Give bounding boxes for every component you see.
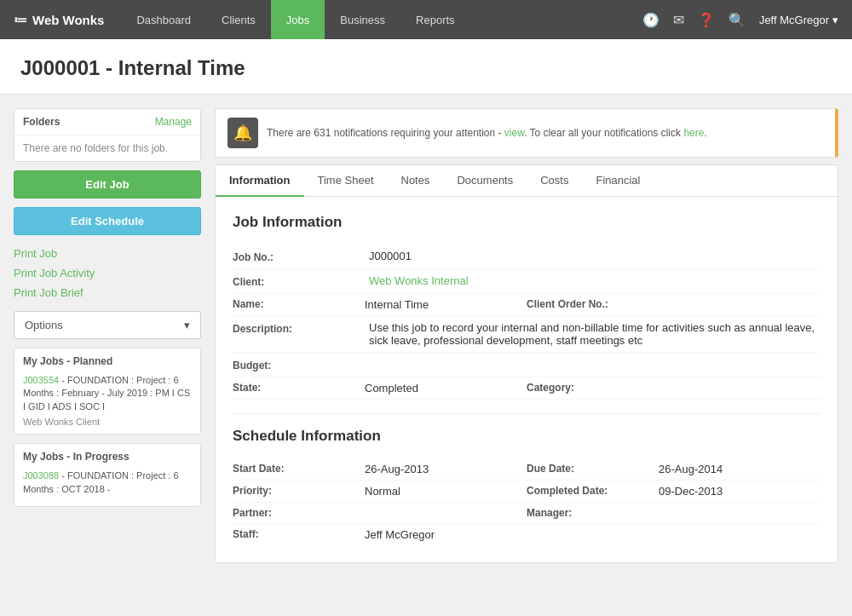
main-layout: Folders Manage There are no folders for … [0, 95, 852, 577]
staff-pair: Staff: Jeff McGregor [233, 528, 527, 541]
staff-value: Jeff McGregor [365, 528, 435, 541]
priority-completeddate-row: Priority: Normal Completed Date: 09-Dec-… [233, 481, 820, 503]
nav-links: Dashboard Clients Jobs Business Reports [121, 0, 642, 39]
nav-reports[interactable]: Reports [400, 0, 470, 39]
budget-value [369, 358, 820, 371]
notif-view-link[interactable]: view [504, 127, 524, 139]
folders-manage-link[interactable]: Manage [155, 116, 192, 128]
tab-costs[interactable]: Costs [527, 165, 582, 197]
budget-row: Budget: [233, 353, 820, 377]
state-label: State: [233, 382, 365, 394]
mail-icon[interactable]: ✉ [673, 12, 684, 28]
start-date-value: 26-Aug-2013 [365, 463, 429, 475]
my-jobs-planned-section: My Jobs - Planned J003554 - FOUNDATION :… [14, 348, 201, 435]
description-value: Use this job to record your internal and… [369, 321, 820, 347]
state-value: Completed [365, 382, 418, 394]
client-row: Client: Web Wonks Internal [233, 269, 820, 294]
brand: ≔ Web Wonks [14, 12, 104, 28]
category-pair: Category: [527, 382, 820, 394]
job-no-row: Job No.: J000001 [233, 245, 820, 269]
planned-job-1: J003554 - FOUNDATION : Project : 6 Month… [23, 374, 192, 413]
edit-job-button[interactable]: Edit Job [14, 170, 201, 199]
completed-date-value: 09-Dec-2013 [659, 485, 722, 498]
help-icon[interactable]: ❓ [698, 12, 715, 28]
my-jobs-inprogress-title: My Jobs - In Progress [23, 451, 192, 463]
description-label: Description: [233, 321, 369, 347]
partner-label: Partner: [233, 507, 365, 519]
notif-text-part2: . To clear all your notifications click [524, 127, 683, 139]
partner-manager-row: Partner: Manager: [233, 503, 820, 524]
navbar: ≔ Web Wonks Dashboard Clients Jobs Busin… [0, 0, 852, 39]
job-no-value: J000001 [369, 250, 820, 263]
budget-label: Budget: [233, 358, 369, 371]
my-jobs-inprogress-section: My Jobs - In Progress J003088 - FOUNDATI… [14, 443, 201, 507]
notification-text: There are 631 notifications requiring yo… [267, 127, 707, 139]
planned-job-1-link[interactable]: J003554 [23, 375, 59, 385]
name-pair: Name: Internal Time [233, 298, 527, 311]
my-jobs-planned-title: My Jobs - Planned [23, 355, 192, 367]
name-clientorder-row: Name: Internal Time Client Order No.: [233, 294, 820, 316]
nav-jobs[interactable]: Jobs [271, 0, 325, 39]
tab-financial[interactable]: Financial [582, 165, 653, 197]
tab-timesheet[interactable]: Time Sheet [304, 165, 388, 197]
state-category-row: State: Completed Category: [233, 377, 820, 400]
due-date-pair: Due Date: 26-Aug-2014 [527, 463, 820, 475]
due-date-label: Due Date: [527, 463, 659, 475]
page-title: J000001 - Internal Time [20, 56, 832, 80]
start-date-pair: Start Date: 26-Aug-2013 [233, 463, 527, 475]
job-info-title: Job Information [233, 214, 820, 231]
folders-body: There are no folders for this job. [14, 135, 200, 161]
clock-icon[interactable]: 🕐 [642, 12, 659, 28]
due-date-value: 26-Aug-2014 [659, 463, 722, 475]
options-label: Options [25, 319, 63, 331]
sidebar: Folders Manage There are no folders for … [14, 108, 201, 507]
search-icon[interactable]: 🔍 [728, 12, 746, 28]
manager-label: Manager: [527, 507, 659, 519]
nav-clients[interactable]: Clients [206, 0, 271, 39]
staff-right-pair [527, 528, 820, 541]
nav-dashboard[interactable]: Dashboard [121, 0, 206, 39]
description-row: Description: Use this job to record your… [233, 316, 820, 353]
options-dropdown[interactable]: Options ▾ [14, 311, 201, 339]
print-job-link[interactable]: Print Job [14, 244, 201, 263]
nav-business[interactable]: Business [325, 0, 400, 39]
manager-pair: Manager: [527, 507, 820, 519]
folders-label: Folders [23, 116, 60, 128]
name-value: Internal Time [365, 298, 429, 311]
state-pair: State: Completed [233, 382, 527, 394]
notification-icon: 🔔 [227, 118, 258, 148]
content-area: 🔔 There are 631 notifications requiring … [215, 108, 838, 563]
tab-information[interactable]: Information [216, 165, 304, 197]
notification-bar: 🔔 There are 631 notifications requiring … [215, 108, 838, 158]
startdate-duedate-row: Start Date: 26-Aug-2013 Due Date: 26-Aug… [233, 458, 820, 481]
notif-here-link[interactable]: here [683, 127, 704, 139]
print-job-activity-link[interactable]: Print Job Activity [14, 263, 201, 283]
client-link[interactable]: Web Wonks Internal [369, 274, 469, 287]
completed-date-label: Completed Date: [527, 485, 659, 498]
schedule-info-title: Schedule Information [233, 428, 820, 445]
inprogress-job-1: J003088 - FOUNDATION : Project : 6 Month… [23, 469, 192, 496]
tab-notes[interactable]: Notes [388, 165, 444, 197]
staff-label: Staff: [233, 528, 365, 541]
notif-text-part3: . [704, 127, 706, 139]
completed-date-pair: Completed Date: 09-Dec-2013 [527, 485, 820, 498]
job-no-label: Job No.: [233, 250, 369, 263]
priority-value: Normal [365, 485, 400, 498]
name-label: Name: [233, 298, 365, 311]
section-divider [233, 413, 820, 414]
priority-label: Priority: [233, 485, 365, 498]
edit-schedule-button[interactable]: Edit Schedule [14, 207, 201, 235]
user-caret-icon: ▾ [832, 14, 838, 26]
partner-pair: Partner: [233, 507, 527, 519]
client-order-pair: Client Order No.: [527, 298, 820, 311]
folders-empty-text: There are no folders for this job. [23, 142, 168, 154]
user-menu[interactable]: Jeff McGregor ▾ [759, 14, 838, 26]
page-header: J000001 - Internal Time [0, 39, 852, 95]
tabs-header: Information Time Sheet Notes Documents C… [216, 165, 838, 197]
brand-name: Web Wonks [32, 13, 104, 27]
planned-job-1-client: Web Wonks Client [23, 417, 192, 427]
print-job-brief-link[interactable]: Print Job Brief [14, 283, 201, 302]
inprogress-job-1-link[interactable]: J003088 [23, 470, 59, 481]
tab-documents[interactable]: Documents [443, 165, 527, 197]
brand-icon: ≔ [14, 12, 27, 28]
